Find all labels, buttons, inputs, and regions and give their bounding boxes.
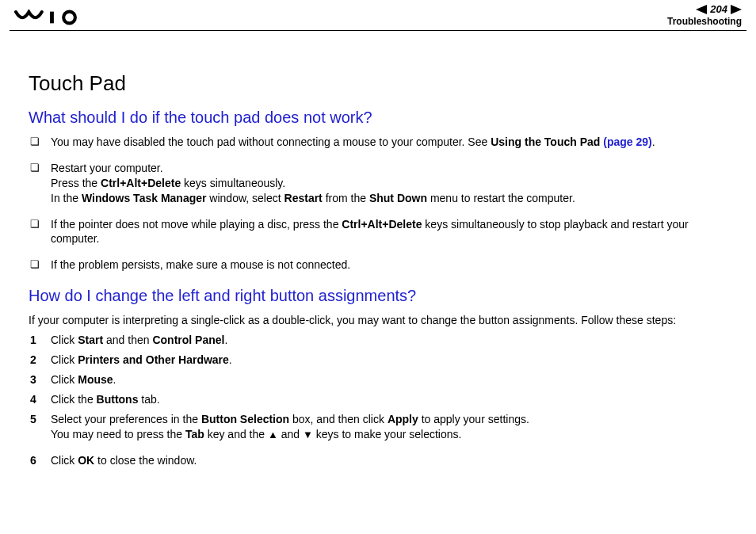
bold-text: Control Panel: [152, 334, 224, 346]
text: Click the: [51, 393, 97, 406]
text: If the pointer does not move while playi…: [51, 218, 342, 231]
text: Click: [51, 353, 78, 366]
bold-text: Buttons: [97, 393, 139, 406]
text: You may need to press the: [51, 428, 185, 441]
text: window, select: [206, 192, 284, 204]
step-item: 3 Click Mouse.: [29, 372, 734, 387]
question-1-heading: What should I do if the touch pad does n…: [29, 109, 734, 127]
page-content: Touch Pad What should I do if the touch …: [29, 71, 734, 473]
text: tab.: [138, 393, 159, 406]
step-item: 6 Click OK to close the window.: [29, 453, 734, 468]
step-item: 4 Click the Buttons tab.: [29, 392, 734, 407]
text: menu to restart the computer.: [427, 192, 575, 204]
bold-text: Ctrl+Alt+Delete: [101, 177, 181, 189]
svg-rect-0: [50, 12, 54, 24]
down-arrow-icon: ▼: [303, 428, 313, 442]
text: Click: [51, 334, 78, 346]
bold-text: Restart: [284, 192, 323, 204]
text: box, and then click: [289, 413, 388, 425]
bold-text: Mouse: [78, 373, 113, 386]
text: key and the: [204, 428, 268, 441]
next-page-arrow-icon[interactable]: [731, 5, 742, 14]
text: .: [652, 135, 655, 148]
bold-text: Tab: [185, 428, 204, 441]
text: keys simultaneously.: [181, 177, 285, 189]
vaio-logo-svg: [14, 10, 86, 25]
step-number: 5: [30, 412, 36, 427]
list-item: If the pointer does not move while playi…: [29, 217, 734, 247]
prev-page-arrow-icon[interactable]: [696, 5, 707, 14]
bold-text: Apply: [388, 413, 418, 425]
step-number: 6: [30, 453, 36, 468]
text: keys to make your selections.: [313, 428, 462, 441]
step-number: 1: [30, 333, 36, 348]
text: You may have disabled the touch pad with…: [51, 135, 491, 148]
question-1-list: You may have disabled the touch pad with…: [29, 135, 734, 273]
page-number: 204: [708, 3, 729, 15]
svg-point-1: [63, 12, 75, 24]
text: to close the window.: [94, 454, 197, 467]
text: In the: [51, 192, 82, 204]
question-2-steps: 1 Click Start and then Control Panel. 2 …: [29, 333, 734, 467]
text: .: [229, 353, 232, 366]
text: Click: [51, 454, 78, 467]
page-nav: 204: [696, 3, 742, 15]
step-item: 1 Click Start and then Control Panel.: [29, 333, 734, 348]
text: Click: [51, 373, 78, 386]
text: .: [224, 334, 227, 346]
page-title: Touch Pad: [29, 71, 734, 96]
question-2-intro: If your computer is interpreting a singl…: [29, 313, 734, 328]
bold-text: Printers and Other Hardware: [78, 353, 229, 366]
page-header: 204 Troubleshooting: [10, 0, 746, 32]
bold-text: Start: [78, 334, 103, 346]
list-item: You may have disabled the touch pad with…: [29, 135, 734, 150]
question-2-heading: How do I change the left and right butto…: [29, 287, 734, 305]
bold-text: Using the Touch Pad: [491, 135, 603, 148]
bold-text: OK: [78, 454, 94, 467]
vaio-logo: [14, 10, 86, 29]
text: and: [278, 428, 303, 441]
text: from the: [323, 192, 369, 204]
step-number: 2: [30, 353, 36, 368]
list-item: If the problem persists, make sure a mou…: [29, 257, 734, 273]
bold-text: Button Selection: [201, 413, 289, 425]
text: .: [113, 373, 116, 386]
text: to apply your settings.: [418, 413, 529, 425]
text: If the problem persists, make sure a mou…: [51, 258, 350, 271]
list-item: Restart your computer. Press the Ctrl+Al…: [29, 161, 734, 206]
up-arrow-icon: ▲: [268, 428, 278, 442]
text: Press the: [51, 177, 101, 189]
step-item: 5 Select your preferences in the Button …: [29, 412, 734, 442]
header-rule: [10, 30, 746, 31]
step-item: 2 Click Printers and Other Hardware.: [29, 353, 734, 368]
step-number: 4: [30, 392, 36, 407]
bold-text: Windows Task Manager: [82, 192, 207, 204]
text: Restart your computer.: [51, 162, 163, 174]
step-number: 3: [30, 372, 36, 387]
bold-text: Shut Down: [369, 192, 427, 204]
bold-text: Ctrl+Alt+Delete: [342, 218, 422, 231]
section-label: Troubleshooting: [667, 16, 742, 27]
text: Select your preferences in the: [51, 413, 201, 425]
text: and then: [103, 334, 152, 346]
page-link[interactable]: (page 29): [603, 135, 651, 148]
